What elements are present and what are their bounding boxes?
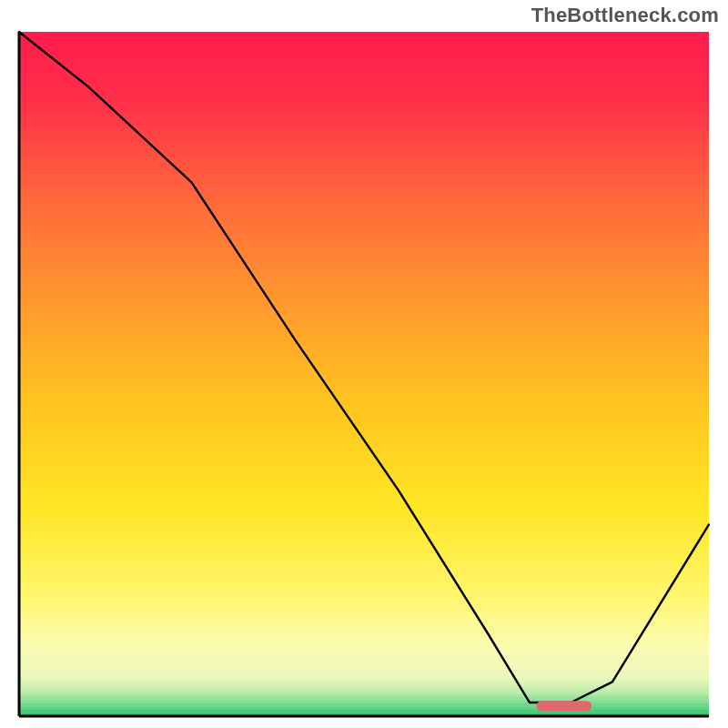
optimal-marker <box>537 701 592 711</box>
watermark-label: TheBottleneck.com <box>531 4 719 27</box>
bottleneck-chart <box>16 29 712 719</box>
